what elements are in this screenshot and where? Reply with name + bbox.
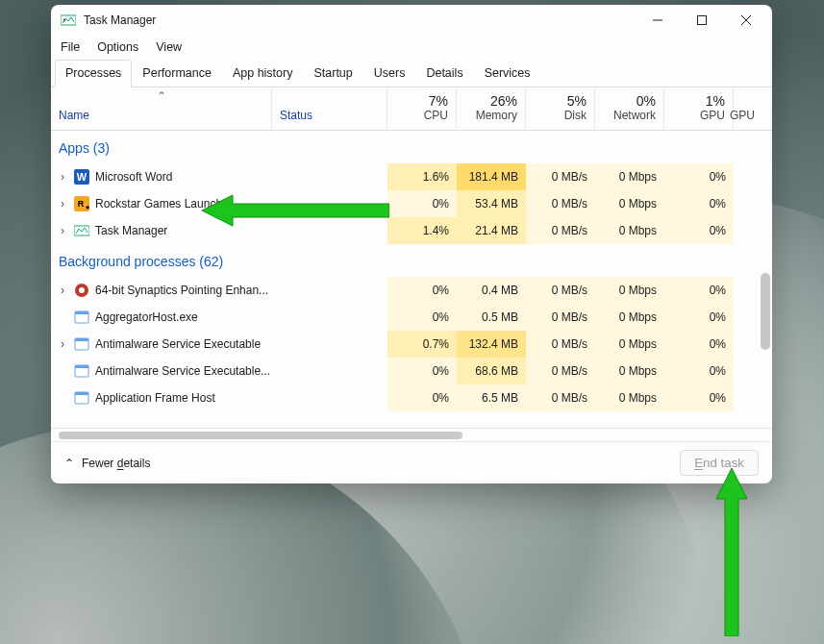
sort-indicator-icon: ⌃ <box>157 89 166 103</box>
process-row[interactable]: Antimalware Service Executable... 0% 68.… <box>51 358 772 384</box>
titlebar[interactable]: Task Manager <box>51 5 772 36</box>
process-row[interactable]: › W Microsoft Word 1.6% 181.4 MB 0 MB/s … <box>51 163 772 190</box>
chevron-up-icon: ⌃ <box>64 457 74 470</box>
process-icon <box>74 223 89 238</box>
group-apps[interactable]: Apps (3) <box>51 131 772 163</box>
process-name: Antimalware Service Executable... <box>95 364 270 378</box>
col-name[interactable]: ⌃ Name <box>51 87 272 130</box>
expand-icon[interactable]: › <box>57 197 68 211</box>
cpu-cell: 0% <box>387 190 457 217</box>
cpu-cell: 0% <box>387 277 457 304</box>
disk-cell: 0 MB/s <box>526 358 595 384</box>
process-icon <box>74 336 89 352</box>
network-cell: 0 Mbps <box>595 163 664 190</box>
process-row[interactable]: › Antimalware Service Executable 0.7% 13… <box>51 331 772 358</box>
horizontal-scrollbar[interactable] <box>51 428 772 441</box>
svg-rect-19 <box>75 365 88 368</box>
close-button[interactable] <box>724 5 768 36</box>
cpu-cell: 0% <box>387 384 457 411</box>
network-cell: 0 Mbps <box>595 277 664 304</box>
svg-rect-21 <box>75 392 88 395</box>
gpu-cell: 0% <box>664 304 734 331</box>
gpu-cell: 0% <box>664 190 734 217</box>
minimize-button[interactable] <box>636 5 680 36</box>
svg-text:W: W <box>77 171 87 183</box>
svg-rect-0 <box>61 15 76 25</box>
memory-cell: 181.4 MB <box>457 163 526 190</box>
col-status[interactable]: Status <box>272 87 387 130</box>
cpu-cell: 0% <box>387 358 457 384</box>
tab-app-history[interactable]: App history <box>222 60 304 87</box>
process-icon <box>74 390 89 406</box>
process-icon <box>74 310 89 325</box>
disk-cell: 0 MB/s <box>526 217 595 244</box>
process-row[interactable]: AggregatorHost.exe 0% 0.5 MB 0 MB/s 0 Mb… <box>51 304 772 331</box>
process-row[interactable]: › 64-bit Synaptics Pointing Enhan... 0% … <box>51 277 772 304</box>
tab-performance[interactable]: Performance <box>132 60 222 87</box>
task-manager-icon <box>61 12 76 28</box>
memory-cell: 68.6 MB <box>457 358 526 384</box>
cpu-cell: 0.7% <box>387 331 457 358</box>
gpu-cell: 0% <box>664 358 734 384</box>
memory-cell: 6.5 MB <box>457 384 526 411</box>
menubar: File Options View <box>51 36 772 59</box>
network-cell: 0 Mbps <box>595 217 664 244</box>
network-cell: 0 Mbps <box>595 190 664 217</box>
gpu-cell: 0% <box>664 163 734 190</box>
process-row[interactable]: › R★ Rockstar Games Launcher 0% 53.4 MB … <box>51 190 772 217</box>
tab-details[interactable]: Details <box>415 60 473 87</box>
process-row[interactable]: Application Frame Host 0% 6.5 MB 0 MB/s … <box>51 384 772 411</box>
process-name: AggregatorHost.exe <box>95 310 198 324</box>
col-gpu[interactable]: 1%GPU <box>664 87 734 130</box>
svg-text:R: R <box>78 199 85 209</box>
col-memory[interactable]: 26%Memory <box>457 87 526 130</box>
process-name: Microsoft Word <box>95 170 172 184</box>
tab-services[interactable]: Services <box>474 60 541 87</box>
network-cell: 0 Mbps <box>595 358 664 384</box>
process-name: Task Manager <box>95 224 167 237</box>
process-row[interactable]: › Task Manager 1.4% 21.4 MB 0 MB/s 0 Mbp… <box>51 217 772 244</box>
tabbar: Processes Performance App history Startu… <box>51 59 772 87</box>
memory-cell: 53.4 MB <box>457 190 526 217</box>
col-gpu-engine[interactable]: GPU <box>734 87 762 130</box>
col-network[interactable]: 0%Network <box>595 87 664 130</box>
process-icon <box>74 283 89 298</box>
col-disk[interactable]: 5%Disk <box>526 87 595 130</box>
tab-processes[interactable]: Processes <box>55 60 132 87</box>
task-manager-window: Task Manager File Options View Processes… <box>51 5 772 483</box>
memory-cell: 0.4 MB <box>457 277 526 304</box>
menu-file[interactable]: File <box>61 40 80 54</box>
menu-view[interactable]: View <box>156 40 182 54</box>
process-icon: R★ <box>74 196 89 211</box>
gpu-cell: 0% <box>664 277 734 304</box>
col-cpu[interactable]: 7%CPU <box>387 87 457 130</box>
expand-icon[interactable]: › <box>57 170 68 184</box>
memory-cell: 21.4 MB <box>457 217 526 244</box>
group-background[interactable]: Background processes (62) <box>51 244 772 277</box>
maximize-button[interactable] <box>680 5 724 36</box>
svg-rect-17 <box>75 338 88 341</box>
tab-startup[interactable]: Startup <box>303 60 362 87</box>
end-task-button[interactable]: End task <box>680 450 759 476</box>
disk-cell: 0 MB/s <box>526 331 595 358</box>
vertical-scrollbar[interactable] <box>761 273 770 350</box>
process-icon: W <box>74 169 89 185</box>
tab-users[interactable]: Users <box>363 60 416 87</box>
svg-rect-11 <box>74 226 89 235</box>
expand-icon[interactable]: › <box>57 224 68 237</box>
svg-rect-3 <box>698 16 707 25</box>
process-name: 64-bit Synaptics Pointing Enhan... <box>95 284 268 297</box>
fewer-details-button[interactable]: ⌃ Fewer details <box>64 457 150 470</box>
menu-options[interactable]: Options <box>97 40 138 54</box>
svg-rect-15 <box>75 311 88 314</box>
expand-icon[interactable]: › <box>57 337 68 351</box>
memory-cell: 0.5 MB <box>457 304 526 331</box>
gpu-cell: 0% <box>664 384 734 411</box>
window-title: Task Manager <box>84 13 156 27</box>
disk-cell: 0 MB/s <box>526 163 595 190</box>
expand-icon[interactable]: › <box>57 284 68 297</box>
memory-cell: 132.4 MB <box>457 331 526 358</box>
disk-cell: 0 MB/s <box>526 384 595 411</box>
network-cell: 0 Mbps <box>595 304 664 331</box>
process-name: Rockstar Games Launcher <box>95 197 233 211</box>
